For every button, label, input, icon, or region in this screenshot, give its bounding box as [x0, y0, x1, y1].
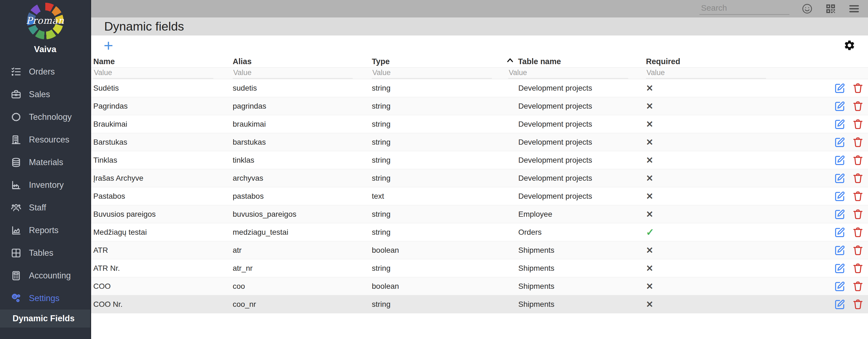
delete-row-icon[interactable]	[852, 245, 864, 256]
table-row[interactable]: Pastabos pastabos text Development proje…	[91, 187, 868, 205]
filter-input-name[interactable]	[93, 68, 213, 79]
table-row[interactable]: ATR Nr. atr_nr string Shipments ✕	[91, 259, 868, 277]
table-header-row: Name Alias Type Table name Required	[91, 56, 868, 68]
cell-table-name: Employee	[506, 210, 644, 219]
table-row[interactable]: COO coo boolean Shipments ✕	[91, 277, 868, 295]
required-x-icon: ✕	[646, 137, 653, 147]
cell-table-name: Shipments	[506, 282, 644, 291]
column-header-alias[interactable]: Alias	[230, 57, 370, 66]
edit-row-icon[interactable]	[834, 191, 846, 202]
technology-icon	[11, 112, 21, 122]
required-x-icon: ✕	[646, 119, 653, 129]
sidebar: Proman Vaiva Orders Sales Technology Res…	[0, 0, 91, 339]
edit-row-icon[interactable]	[834, 101, 846, 112]
delete-row-icon[interactable]	[852, 118, 864, 130]
cell-alias: barstukas	[230, 138, 370, 147]
sidebar-item-inventory[interactable]: Inventory	[0, 174, 90, 196]
cell-alias: tinklas	[230, 156, 370, 165]
column-header-table-name[interactable]: Table name	[506, 57, 644, 66]
sidebar-item-materials[interactable]: Materials	[0, 151, 90, 174]
table-row[interactable]: ATR atr boolean Shipments ✕	[91, 241, 868, 259]
sidebar-item-resources[interactable]: Resources	[0, 128, 90, 151]
cell-name: ATR Nr.	[91, 264, 230, 273]
column-header-type[interactable]: Type	[370, 57, 506, 66]
required-x-icon: ✕	[646, 191, 653, 201]
table-row[interactable]: Sudėtis sudetis string Development proje…	[91, 79, 868, 97]
accounting-icon	[11, 271, 21, 281]
table-row[interactable]: COO Nr. coo_nr string Shipments ✕	[91, 295, 868, 313]
table-row[interactable]: Įrašas Archyve archyvas string Developme…	[91, 169, 868, 187]
edit-row-icon[interactable]	[834, 227, 846, 238]
cell-name: ATR	[91, 246, 230, 255]
cell-name: Pagrindas	[91, 102, 230, 111]
filter-input-type[interactable]	[372, 68, 492, 79]
smiley-icon[interactable]	[801, 3, 813, 15]
edit-row-icon[interactable]	[834, 82, 846, 94]
delete-row-icon[interactable]	[852, 137, 864, 148]
table-filter-row	[91, 68, 868, 79]
cell-name: Medžiagų testai	[91, 228, 230, 237]
sidebar-item-technology[interactable]: Technology	[0, 106, 90, 128]
cell-table-name: Development projects	[506, 102, 644, 111]
cell-name: Tinklas	[91, 156, 230, 165]
delete-row-icon[interactable]	[852, 208, 864, 220]
delete-row-icon[interactable]	[852, 191, 864, 202]
add-field-button[interactable]: +	[104, 37, 113, 54]
delete-row-icon[interactable]	[852, 82, 864, 94]
table-row[interactable]: Barstukas barstukas string Development p…	[91, 133, 868, 151]
delete-row-icon[interactable]	[852, 281, 864, 292]
sidebar-subitem-dynamic-fields[interactable]: Dynamic Fields	[0, 310, 90, 328]
cell-required-mark: ✕	[644, 299, 767, 310]
edit-row-icon[interactable]	[834, 299, 846, 310]
required-x-icon: ✕	[646, 101, 653, 111]
edit-row-icon[interactable]	[834, 137, 846, 148]
edit-row-icon[interactable]	[834, 245, 846, 256]
cell-type: text	[370, 192, 506, 201]
table-row[interactable]: Medžiagų testai medziagu_testai string O…	[91, 223, 868, 241]
cell-alias: atr_nr	[230, 264, 370, 273]
sidebar-item-orders[interactable]: Orders	[0, 60, 90, 83]
hamburger-menu-icon[interactable]	[848, 3, 860, 15]
sidebar-item-accounting[interactable]: Accounting	[0, 264, 90, 287]
delete-row-icon[interactable]	[852, 299, 864, 310]
table-row[interactable]: Pagrindas pagrindas string Development p…	[91, 97, 868, 115]
table-row[interactable]: Buvusios pareigos buvusios_pareigos stri…	[91, 205, 868, 223]
delete-row-icon[interactable]	[852, 172, 864, 184]
staff-icon	[11, 202, 21, 213]
column-header-required[interactable]: Required	[644, 57, 767, 66]
table-settings-gear-icon[interactable]	[843, 39, 856, 52]
cell-alias: buvusios_pareigos	[230, 210, 370, 219]
inventory-icon	[11, 180, 21, 190]
cell-type: string	[370, 102, 506, 111]
edit-row-icon[interactable]	[834, 208, 846, 220]
filter-input-table-name[interactable]	[508, 68, 628, 79]
table-row[interactable]: Tinklas tinklas string Development proje…	[91, 151, 868, 169]
edit-row-icon[interactable]	[834, 172, 846, 184]
edit-row-icon[interactable]	[834, 281, 846, 292]
delete-row-icon[interactable]	[852, 154, 864, 166]
cell-required-mark: ✕	[644, 101, 767, 111]
cell-table-name: Shipments	[506, 246, 644, 255]
sidebar-nav: Orders Sales Technology Resources Materi…	[0, 60, 90, 310]
cell-name: Įrašas Archyve	[91, 174, 230, 182]
sidebar-item-staff[interactable]: Staff	[0, 196, 90, 219]
cell-required-mark: ✕	[644, 209, 767, 220]
delete-row-icon[interactable]	[852, 262, 864, 274]
edit-row-icon[interactable]	[834, 118, 846, 130]
edit-row-icon[interactable]	[834, 262, 846, 274]
edit-row-icon[interactable]	[834, 154, 846, 166]
filter-input-required[interactable]	[646, 68, 766, 79]
sidebar-item-reports[interactable]: Reports	[0, 219, 90, 242]
search-input[interactable]	[700, 3, 789, 15]
filter-input-alias[interactable]	[233, 68, 353, 79]
qr-code-icon[interactable]	[825, 3, 836, 15]
delete-row-icon[interactable]	[852, 101, 864, 112]
table-row[interactable]: Braukimai braukimai string Development p…	[91, 115, 868, 133]
sidebar-item-tables[interactable]: Tables	[0, 242, 90, 264]
sidebar-item-settings[interactable]: Settings	[0, 287, 90, 310]
table-body: Sudėtis sudetis string Development proje…	[91, 79, 868, 313]
cell-table-name: Development projects	[506, 156, 644, 165]
sidebar-item-sales[interactable]: Sales	[0, 83, 90, 106]
column-header-name[interactable]: Name	[91, 57, 230, 66]
delete-row-icon[interactable]	[852, 227, 864, 238]
